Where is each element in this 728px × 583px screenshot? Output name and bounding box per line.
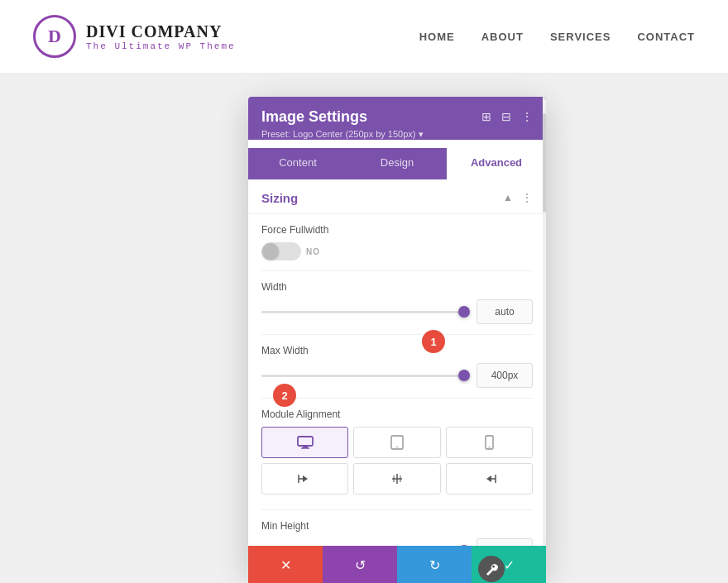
main-content: 1 2 Image Settings ⊞ ⊟ ⋮ Preset: Logo Ce… — [0, 74, 728, 583]
logo-title: DIVI COMPANY — [86, 22, 236, 41]
toggle-knob — [262, 243, 279, 260]
scroll-thumb[interactable] — [543, 113, 546, 213]
divi-panel: Image Settings ⊞ ⊟ ⋮ Preset: Logo Center… — [248, 97, 546, 573]
nav-services[interactable]: SERVICES — [550, 31, 611, 43]
max-width-input[interactable]: 400px — [477, 363, 533, 388]
panel-header: Image Settings ⊞ ⊟ ⋮ Preset: Logo Center… — [248, 97, 546, 140]
nav-contact[interactable]: CONTACT — [637, 31, 695, 43]
panel-header-top: Image Settings ⊞ ⊟ ⋮ — [261, 108, 533, 126]
max-width-label: Max Width — [261, 345, 533, 356]
align-phone-btn[interactable] — [446, 427, 533, 458]
force-fullwidth-toggle-container: NO — [261, 242, 533, 260]
width-field: Width auto — [248, 271, 546, 334]
nav-about[interactable]: ABOUT — [481, 31, 524, 43]
align-center-btn[interactable] — [353, 463, 440, 495]
columns-icon[interactable]: ⊟ — [501, 110, 511, 124]
panel-icons: ⊞ ⊟ ⋮ — [481, 110, 533, 124]
width-slider-thumb[interactable] — [458, 306, 470, 318]
panel-preset[interactable]: Preset: Logo Center (250px by 150px) ▾ — [261, 129, 533, 140]
more-icon[interactable]: ⋮ — [521, 110, 533, 124]
logo-subtitle: The Ultimate WP Theme — [86, 41, 236, 51]
badge-2: 2 — [273, 384, 296, 407]
min-height-label: Min Height — [261, 520, 533, 532]
svg-marker-15 — [486, 475, 491, 482]
force-fullwidth-field: Force Fullwidth NO — [248, 214, 546, 270]
redo-button[interactable]: ↻ — [397, 546, 472, 583]
tab-design[interactable]: Design — [347, 148, 447, 179]
svg-point-4 — [396, 447, 398, 448]
site-header: D DIVI COMPANY The Ultimate WP Theme HOM… — [0, 0, 728, 74]
align-right-btn[interactable] — [446, 463, 533, 495]
logo-icon: D — [33, 15, 76, 58]
svg-rect-0 — [298, 437, 313, 446]
module-alignment-field: Module Alignment — [248, 399, 546, 509]
logo-area: D DIVI COMPANY The Ultimate WP Theme — [33, 15, 236, 58]
fullscreen-icon[interactable]: ⊞ — [481, 110, 491, 124]
width-input[interactable]: auto — [477, 299, 533, 324]
section-controls: ▲ ⋮ — [503, 191, 533, 205]
alignment-grid-row2 — [261, 463, 533, 495]
width-slider-fill — [261, 311, 468, 313]
align-left-btn[interactable] — [261, 463, 348, 495]
module-alignment-label: Module Alignment — [261, 409, 533, 420]
panel-title: Image Settings — [261, 108, 367, 126]
alignment-grid-row1 — [261, 427, 533, 458]
force-fullwidth-toggle[interactable] — [261, 242, 301, 260]
cancel-button[interactable]: ✕ — [248, 546, 323, 583]
sizing-title: Sizing — [261, 191, 298, 205]
svg-point-6 — [488, 447, 490, 448]
collapse-icon[interactable]: ▲ — [503, 192, 513, 204]
force-fullwidth-label: Force Fullwidth — [261, 224, 533, 236]
toggle-label: NO — [306, 247, 320, 256]
max-width-slider-thumb[interactable] — [458, 370, 470, 381]
svg-marker-8 — [303, 475, 308, 482]
sizing-section-header: Sizing ▲ ⋮ — [248, 179, 546, 214]
panel-body: Sizing ▲ ⋮ Force Fullwidth NO W — [248, 179, 546, 573]
panel-tabs: Content Design Advanced — [248, 148, 546, 179]
main-nav: HOME ABOUT SERVICES CONTACT — [419, 31, 695, 43]
max-width-slider-track[interactable] — [261, 375, 468, 377]
tab-content[interactable]: Content — [248, 148, 347, 179]
nav-home[interactable]: HOME — [419, 31, 455, 43]
width-label: Width — [261, 281, 533, 293]
width-slider-row: auto — [261, 299, 533, 324]
reset-button[interactable]: ↺ — [323, 546, 397, 583]
max-width-slider-fill — [261, 375, 443, 377]
section-more-icon[interactable]: ⋮ — [521, 191, 533, 205]
logo-text: DIVI COMPANY The Ultimate WP Theme — [86, 22, 236, 51]
width-slider-track[interactable] — [261, 311, 468, 313]
align-desktop-btn[interactable] — [261, 427, 348, 458]
max-width-slider-row: 400px — [261, 363, 533, 388]
tab-advanced[interactable]: Advanced — [447, 148, 546, 179]
scroll-indicator — [543, 97, 546, 573]
align-tablet-btn[interactable] — [353, 427, 440, 458]
badge-1: 1 — [422, 330, 445, 353]
wrench-button[interactable] — [478, 556, 505, 582]
